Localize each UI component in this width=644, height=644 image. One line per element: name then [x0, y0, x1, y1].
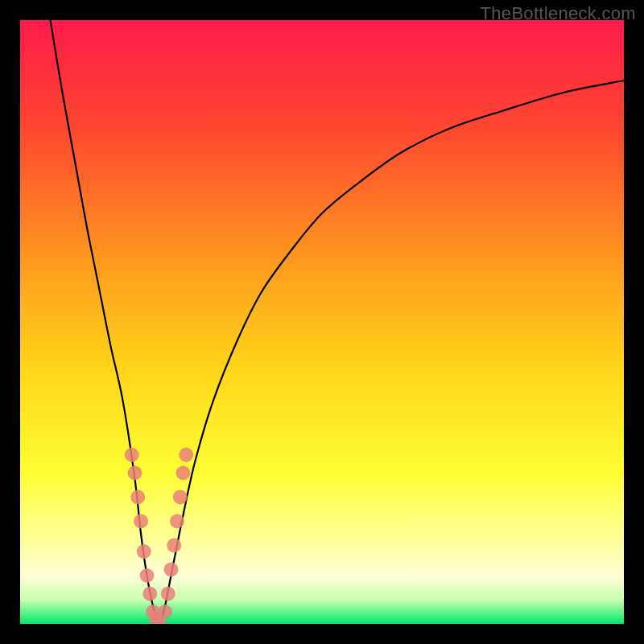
chart-svg: [20, 20, 624, 624]
marker-point: [167, 539, 181, 553]
marker-point: [158, 605, 172, 619]
marker-point: [173, 490, 188, 505]
marker-point: [137, 544, 151, 559]
marker-point: [140, 568, 155, 583]
gradient-background: [20, 20, 624, 624]
marker-point: [176, 466, 191, 481]
marker-point: [134, 514, 148, 529]
marker-point: [170, 514, 184, 529]
marker-point: [161, 587, 175, 601]
marker-point: [125, 448, 139, 462]
chart-frame: TheBottleneck.com: [0, 0, 644, 644]
marker-point: [179, 448, 193, 462]
watermark-text: TheBottleneck.com: [481, 3, 636, 24]
marker-point: [142, 587, 157, 601]
marker-point: [130, 490, 145, 505]
plot-area: [20, 20, 624, 624]
marker-point: [164, 563, 179, 577]
marker-point: [128, 466, 142, 481]
